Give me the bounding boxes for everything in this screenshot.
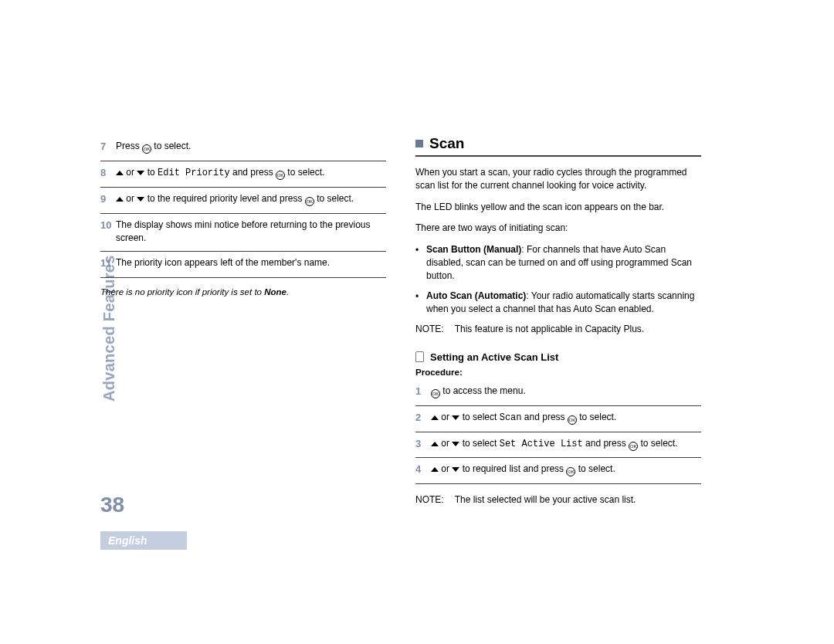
ok-button-icon: OK bbox=[305, 197, 314, 206]
text: and press bbox=[522, 412, 568, 422]
procedure-label: Procedure: bbox=[415, 368, 701, 377]
text: to select. bbox=[638, 438, 677, 449]
step-body: The priority icon appears left of the me… bbox=[116, 256, 386, 269]
step-row: 8 or to Edit Priority and press OK to se… bbox=[100, 161, 386, 188]
ok-button-icon: OK bbox=[566, 467, 575, 476]
menu-option: Scan bbox=[500, 412, 522, 423]
text: and press bbox=[230, 167, 276, 178]
text: Press bbox=[116, 141, 142, 151]
paragraph: The LED blinks yellow and the scan icon … bbox=[415, 201, 701, 214]
down-arrow-icon bbox=[452, 442, 459, 446]
text: to select. bbox=[151, 141, 191, 151]
step-body: or to Edit Priority and press OK to sele… bbox=[116, 166, 386, 180]
text: to select. bbox=[577, 412, 616, 422]
step-number: 1 bbox=[415, 385, 431, 399]
step-row: 10 The display shows mini notice before … bbox=[100, 214, 386, 253]
step-body: or to select Scan and press OK to select… bbox=[431, 411, 701, 425]
text-bold: Auto Scan (Automatic) bbox=[426, 290, 526, 301]
step-number: 8 bbox=[100, 166, 116, 181]
step-row: 7 Press OK to select. bbox=[100, 135, 386, 161]
page-content: 7 Press OK to select. 8 or to Edit Prior… bbox=[100, 135, 703, 514]
down-arrow-icon bbox=[137, 197, 144, 202]
step-number: 11 bbox=[100, 256, 116, 271]
menu-option: Set Active List bbox=[500, 439, 583, 449]
down-arrow-icon bbox=[452, 467, 459, 472]
note-label: NOTE: bbox=[415, 493, 444, 507]
section-title: Scan bbox=[429, 135, 464, 152]
square-bullet-icon bbox=[415, 140, 423, 147]
language-tag: English bbox=[100, 531, 187, 550]
up-arrow-icon bbox=[431, 467, 439, 472]
text-bold: None bbox=[264, 287, 286, 297]
note-italic: There is no priority icon if priority is… bbox=[100, 287, 386, 297]
left-column: 7 Press OK to select. 8 or to Edit Prior… bbox=[100, 135, 386, 514]
paragraph: When you start a scan, your radio cycles… bbox=[415, 166, 701, 193]
text: to bbox=[144, 167, 158, 178]
step-row: 2 or to select Scan and press OK to sele… bbox=[415, 406, 701, 432]
ok-button-icon: OK bbox=[629, 442, 638, 451]
text: to select. bbox=[285, 167, 324, 178]
up-arrow-icon bbox=[431, 442, 439, 446]
step-body: Press OK to select. bbox=[116, 140, 386, 154]
note-body: The list selected will be your active sc… bbox=[455, 493, 636, 507]
menu-option: Edit Priority bbox=[158, 168, 230, 178]
note: NOTE: The list selected will be your act… bbox=[415, 493, 701, 507]
text: to select. bbox=[575, 463, 615, 474]
text-bold: Scan Button (Manual) bbox=[426, 244, 521, 255]
step-body: or to required list and press OK to sele… bbox=[431, 463, 701, 476]
step-row: 11 The priority icon appears left of the… bbox=[100, 252, 386, 278]
text: There is no priority icon if priority is… bbox=[100, 287, 264, 297]
step-number: 3 bbox=[415, 437, 431, 452]
step-row: 4 or to required list and press OK to se… bbox=[415, 458, 701, 484]
text: to access the menu. bbox=[440, 385, 526, 396]
up-arrow-icon bbox=[116, 197, 124, 202]
document-icon bbox=[415, 351, 424, 362]
text: . bbox=[286, 287, 289, 297]
text: to the required priority level and press bbox=[144, 193, 304, 204]
section-heading: Scan bbox=[415, 135, 701, 157]
down-arrow-icon bbox=[452, 415, 459, 420]
text: to select bbox=[459, 412, 499, 422]
step-row: 9 or to the required priority level and … bbox=[100, 188, 386, 214]
bullet-item: • Auto Scan (Automatic): Your radio auto… bbox=[415, 290, 701, 317]
note: NOTE: This feature is not applicable in … bbox=[415, 323, 701, 336]
up-arrow-icon bbox=[116, 171, 124, 175]
step-row: 1 OK to access the menu. bbox=[415, 380, 701, 406]
ok-button-icon: OK bbox=[568, 415, 577, 425]
step-number: 9 bbox=[100, 192, 116, 207]
up-arrow-icon bbox=[431, 415, 439, 420]
ok-button-icon: OK bbox=[142, 144, 151, 154]
step-row: 3 or to select Set Active List and press… bbox=[415, 432, 701, 459]
step-number: 2 bbox=[415, 411, 431, 425]
text: to required list and press bbox=[459, 463, 566, 474]
down-arrow-icon bbox=[137, 171, 144, 175]
text: to select bbox=[459, 438, 499, 449]
bullet-item: • Scan Button (Manual): For channels tha… bbox=[415, 243, 701, 283]
paragraph: There are two ways of initiating scan: bbox=[415, 222, 701, 235]
step-body: The display shows mini notice before ret… bbox=[116, 219, 386, 246]
ok-button-icon: OK bbox=[431, 389, 440, 398]
step-number: 7 bbox=[100, 140, 116, 154]
step-number: 10 bbox=[100, 219, 116, 233]
right-column: Scan When you start a scan, your radio c… bbox=[415, 135, 701, 514]
step-body: OK to access the menu. bbox=[431, 385, 701, 398]
note-label: NOTE: bbox=[415, 323, 444, 336]
ok-button-icon: OK bbox=[276, 171, 285, 180]
text: and press bbox=[583, 438, 629, 449]
note-body: This feature is not applicable in Capaci… bbox=[455, 323, 644, 336]
subsection-title: Setting an Active Scan List bbox=[430, 351, 558, 363]
step-body: or to the required priority level and pr… bbox=[116, 192, 386, 206]
bullet-dot-icon: • bbox=[415, 290, 420, 317]
text: to select. bbox=[314, 193, 354, 204]
step-number: 4 bbox=[415, 463, 431, 477]
bullet-body: Scan Button (Manual): For channels that … bbox=[426, 243, 701, 283]
step-body: or to select Set Active List and press O… bbox=[431, 437, 701, 451]
bullet-dot-icon: • bbox=[415, 243, 420, 283]
subsection-heading: Setting an Active Scan List bbox=[415, 351, 701, 363]
bullet-body: Auto Scan (Automatic): Your radio automa… bbox=[426, 290, 701, 317]
